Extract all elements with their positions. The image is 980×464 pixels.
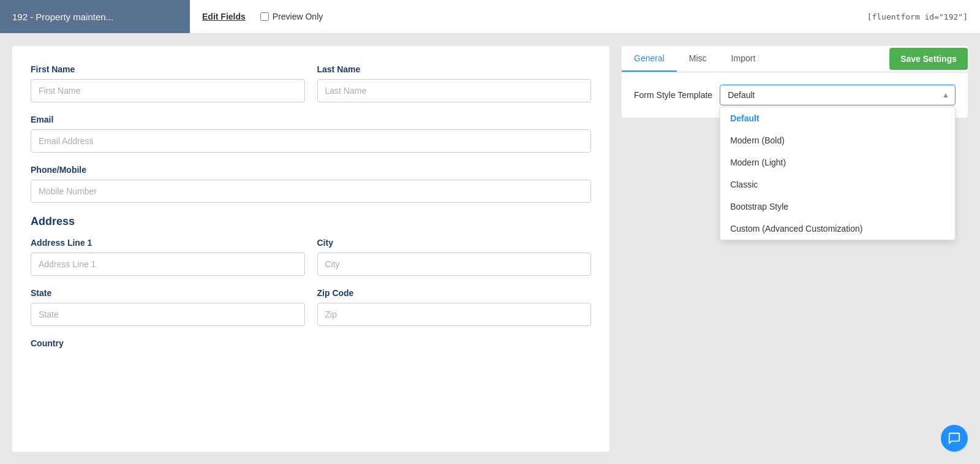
dropdown-menu: Default Modern (Bold) Modern (Light) Cla… <box>720 107 956 240</box>
dropdown-item-default[interactable]: Default <box>720 107 955 129</box>
city-label: City <box>317 238 592 248</box>
dropdown-item-modern-light[interactable]: Modern (Light) <box>720 151 955 173</box>
dropdown-item-classic[interactable]: Classic <box>720 173 955 196</box>
city-col: City <box>317 238 592 276</box>
state-label: State <box>31 288 305 298</box>
email-label: Email <box>31 115 591 124</box>
chat-button[interactable] <box>941 425 968 452</box>
city-input[interactable] <box>317 253 592 276</box>
phone-input[interactable] <box>31 180 591 203</box>
form-style-row: Form Style Template Default Modern (Bold… <box>634 85 956 105</box>
form-style-label: Form Style Template <box>634 90 712 100</box>
topbar-title: 192 - Property mainten... <box>0 0 190 33</box>
phone-label: Phone/Mobile <box>31 165 591 175</box>
topbar-nav: Edit Fields Preview Only <box>190 0 335 33</box>
zip-col: Zip Code <box>317 288 592 326</box>
tab-import[interactable]: Import <box>719 46 768 72</box>
zip-label: Zip Code <box>317 288 592 298</box>
dropdown-item-modern-bold[interactable]: Modern (Bold) <box>720 129 955 151</box>
country-label: Country <box>31 338 591 348</box>
main-layout: First Name Last Name Email Phone/Mobile … <box>0 34 980 464</box>
country-col: Country <box>31 338 591 353</box>
zip-input[interactable] <box>317 303 592 326</box>
first-name-label: First Name <box>31 64 305 74</box>
topbar-title-text: 192 - Property mainten... <box>12 12 113 22</box>
shortcode-display: [fluentform id="192"] <box>867 12 980 21</box>
preview-only-wrapper: Preview Only <box>260 12 323 21</box>
form-style-select-wrapper: Default Modern (Bold) Modern (Light) Cla… <box>720 85 956 105</box>
state-col: State <box>31 288 305 326</box>
country-row: Country <box>31 338 591 353</box>
last-name-col: Last Name <box>317 64 592 102</box>
email-col: Email <box>31 115 591 153</box>
chat-icon <box>948 432 961 445</box>
dropdown-item-bootstrap[interactable]: Bootstrap Style <box>720 196 955 218</box>
tab-general[interactable]: General <box>622 46 677 72</box>
first-name-input[interactable] <box>31 79 305 102</box>
settings-body: Form Style Template Default Modern (Bold… <box>622 72 968 118</box>
preview-only-checkbox[interactable] <box>260 12 269 21</box>
form-style-select[interactable]: Default Modern (Bold) Modern (Light) Cla… <box>720 85 956 105</box>
address-line1-label: Address Line 1 <box>31 238 305 248</box>
settings-tabs: General Misc Import Save Settings <box>622 46 968 72</box>
address-line1-input[interactable] <box>31 253 305 276</box>
phone-col: Phone/Mobile <box>31 165 591 203</box>
preview-only-label: Preview Only <box>273 12 323 21</box>
name-row: First Name Last Name <box>31 64 591 102</box>
topbar: 192 - Property mainten... Edit Fields Pr… <box>0 0 980 34</box>
state-zip-row: State Zip Code <box>31 288 591 326</box>
last-name-input[interactable] <box>317 79 592 102</box>
email-input[interactable] <box>31 129 591 153</box>
dropdown-item-custom[interactable]: Custom (Advanced Customization) <box>720 218 955 240</box>
form-panel: First Name Last Name Email Phone/Mobile … <box>12 46 609 452</box>
settings-panel: General Misc Import Save Settings Form S… <box>609 46 968 452</box>
address-city-row: Address Line 1 City <box>31 238 591 276</box>
state-input[interactable] <box>31 303 305 326</box>
address-line1-col: Address Line 1 <box>31 238 305 276</box>
edit-fields-link[interactable]: Edit Fields <box>202 12 246 21</box>
tab-misc[interactable]: Misc <box>677 46 719 72</box>
first-name-col: First Name <box>31 64 305 102</box>
last-name-label: Last Name <box>317 64 592 74</box>
save-settings-button[interactable]: Save Settings <box>889 48 968 70</box>
address-section-label: Address <box>31 215 591 228</box>
